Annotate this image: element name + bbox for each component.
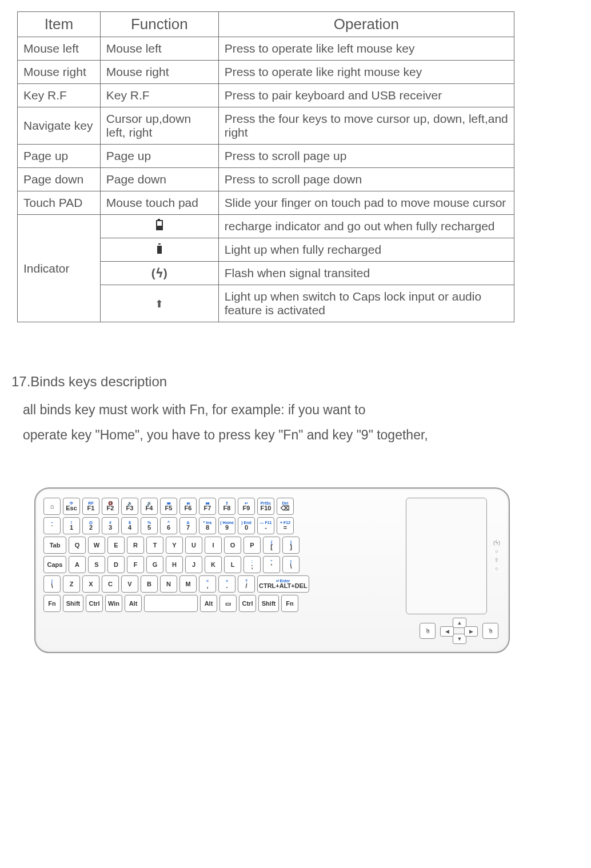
battery-half-icon xyxy=(156,220,163,230)
key: ) End0 xyxy=(238,517,255,534)
cell-op: Press the four keys to move cursor up, d… xyxy=(218,107,514,145)
key: Win xyxy=(105,595,122,612)
keys-area: ⌂⟳EscRFF1🔇F2🔉F3🔊F4⏮F5⏯F6⏭F7⇧F8↩F9PrtScF1… xyxy=(43,498,398,614)
section-line1: all binds key must work with Fn, for exa… xyxy=(23,398,580,423)
key: J xyxy=(185,556,202,573)
cell-func: Page up xyxy=(100,145,218,168)
status-led-icon: ⇧ xyxy=(494,558,499,563)
key xyxy=(144,595,198,612)
indicator-op: Light up when switch to Caps lock input … xyxy=(218,285,514,322)
key: F xyxy=(127,556,144,573)
key: Z xyxy=(63,575,80,593)
indicator-strip: (ϟ)○⇧○ xyxy=(493,498,501,614)
touchpad xyxy=(406,498,487,614)
section-title: 17.Binds keys description xyxy=(11,374,580,390)
dpad: ▲ ▼ ◀ ▶ xyxy=(440,618,478,644)
key: #3 xyxy=(102,517,119,534)
mouse-left-button: 🖱 xyxy=(420,623,436,639)
key: |\ xyxy=(282,556,300,573)
key: ⇧F8 xyxy=(218,498,235,515)
key: 🔊F4 xyxy=(141,498,158,515)
cell-func: Mouse left xyxy=(100,37,218,61)
indicator-op: Light up when fully recharged xyxy=(218,238,514,262)
key: ^6 xyxy=(160,517,177,534)
key: ⌂ xyxy=(43,498,61,515)
table-row: Page downPage downPress to scroll page d… xyxy=(18,168,514,191)
key: Alt xyxy=(125,595,142,612)
table-row: Navigate keyCursor up,down left, rightPr… xyxy=(18,107,514,145)
table-row: Key R.FKey R.FPress to pair keyboard and… xyxy=(18,84,514,107)
key-row: FnShiftCtrlWinAltAlt▭CtrlShiftFn xyxy=(43,595,398,612)
table-row: Touch PADMouse touch padSlide your finge… xyxy=(18,191,514,215)
key: "' xyxy=(263,556,280,573)
key: K xyxy=(205,556,222,573)
key: U xyxy=(185,537,202,554)
dpad-left: ◀ xyxy=(440,626,454,637)
key-row: CapsASDFGHJKL:;"'|\ xyxy=(43,556,398,573)
key: Ctrl xyxy=(239,595,256,612)
signal-icon: (ϟ) xyxy=(151,266,167,279)
spec-table: Item Function Operation Mouse leftMouse … xyxy=(17,11,514,322)
key: Caps xyxy=(43,556,66,573)
key: B xyxy=(141,575,158,593)
cell-func: Mouse right xyxy=(100,61,218,84)
key: Alt xyxy=(200,595,217,612)
key-row: TabQWERTYUIOP{[}] xyxy=(43,537,398,554)
key: P xyxy=(243,537,261,554)
battery-full-icon xyxy=(157,246,162,254)
table-row: Page upPage upPress to scroll page up xyxy=(18,145,514,168)
key: N xyxy=(160,575,177,593)
key: Ctrl xyxy=(86,595,103,612)
key: H xyxy=(166,556,183,573)
cell-func: Mouse touch pad xyxy=(100,191,218,215)
cell-item: Navigate key xyxy=(18,107,101,145)
key: O xyxy=(224,537,241,554)
indicator-icon-cell xyxy=(100,238,218,262)
key: S xyxy=(88,556,105,573)
key: Fn xyxy=(281,595,298,612)
status-led-icon: ○ xyxy=(495,566,498,571)
key: Del⌫ xyxy=(277,498,294,515)
key: X xyxy=(82,575,99,593)
keyboard-diagram: ⌂⟳EscRFF1🔇F2🔉F3🔊F4⏮F5⏯F6⏭F7⇧F8↩F9PrtScF1… xyxy=(34,487,510,653)
key: A xyxy=(69,556,86,573)
indicator-icon-cell: (ϟ) xyxy=(100,262,218,285)
key: D xyxy=(107,556,125,573)
indicator-label: Indicator xyxy=(18,215,101,322)
bottom-controls: 🖱 ▲ ▼ ◀ ▶ 🖱 xyxy=(43,618,501,644)
key: <, xyxy=(199,575,216,593)
key: T xyxy=(146,537,163,554)
mouse-right-button: 🖱 xyxy=(482,623,498,639)
key: 🔉F3 xyxy=(121,498,138,515)
key: Tab xyxy=(43,537,66,554)
section-line2: operate key "Home", you have to press ke… xyxy=(23,423,580,448)
key: V xyxy=(121,575,138,593)
key: ( Home9 xyxy=(218,517,235,534)
key: {[ xyxy=(263,537,280,554)
key: >. xyxy=(218,575,235,593)
key: * Ins8 xyxy=(199,517,216,534)
key: L xyxy=(224,556,241,573)
cell-op: Press to scroll page down xyxy=(218,168,514,191)
cell-item: Key R.F xyxy=(18,84,101,107)
key: C xyxy=(102,575,119,593)
key: Shift xyxy=(258,595,279,612)
key: ⏭F7 xyxy=(199,498,216,515)
key-row: ⌂⟳EscRFF1🔇F2🔉F3🔊F4⏮F5⏯F6⏭F7⇧F8↩F9PrtScF1… xyxy=(43,498,398,515)
header-item: Item xyxy=(18,12,101,37)
cell-op: Press to operate like right mouse key xyxy=(218,61,514,84)
header-operation: Operation xyxy=(218,12,514,37)
key: Y xyxy=(166,537,183,554)
key: !1 xyxy=(63,517,80,534)
key: $4 xyxy=(121,517,138,534)
key: ↵EnterCTRL+ALT+DEL xyxy=(257,575,309,593)
dpad-right: ▶ xyxy=(464,626,478,637)
key: &7 xyxy=(179,517,197,534)
indicator-icon-cell: ⬆ xyxy=(100,285,218,322)
cell-item: Page up xyxy=(18,145,101,168)
key: I xyxy=(205,537,222,554)
key: ⟳Esc xyxy=(63,498,80,515)
key-row: |\ZXCVBNM<,>.?/↵EnterCTRL+ALT+DEL xyxy=(43,575,398,593)
key: ⏮F5 xyxy=(160,498,177,515)
status-led-icon: ○ xyxy=(495,549,498,554)
